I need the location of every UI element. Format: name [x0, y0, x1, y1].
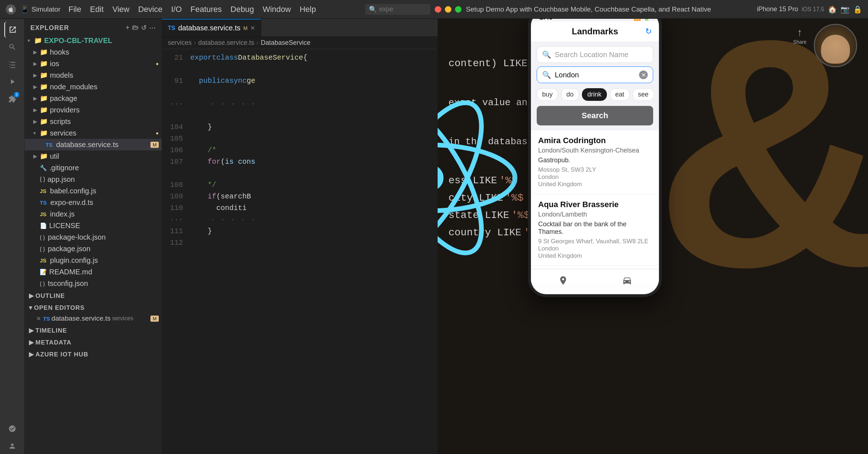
search-placeholder-row[interactable]: 🔍 Search Location Name — [537, 46, 653, 63]
sidebar-item-plugin-config[interactable]: JS plugin.config.js — [25, 254, 162, 266]
search-button[interactable]: Search — [537, 106, 653, 125]
menu-features[interactable]: Features — [187, 4, 226, 15]
new-file-icon[interactable]: + — [125, 24, 130, 32]
sidebar-item-package-lock[interactable]: { } package-lock.json — [25, 231, 162, 243]
home-icon[interactable]: 🏠 — [828, 5, 837, 14]
search-active-row[interactable]: 🔍 London ✕ — [537, 67, 653, 83]
sidebar-item-ios[interactable]: ▶ 📁 ios ● — [25, 58, 162, 69]
sidebar-item-babel-config[interactable]: JS babel.config.js — [25, 185, 162, 197]
sql-text: state LIKE — [448, 207, 509, 224]
close-button[interactable] — [435, 6, 441, 13]
result-subtitle-2: London/Lambeth — [538, 211, 652, 218]
sidebar-item-services[interactable]: ▾ 📁 services ● — [25, 127, 162, 139]
close-editor-button[interactable]: ✕ — [36, 315, 41, 322]
activity-source-control[interactable] — [4, 56, 20, 72]
code-line-107: for (is cons — [187, 156, 438, 168]
menu-edit[interactable]: Edit — [86, 4, 107, 15]
result-item-1[interactable]: Amira Codrington London/South Kensington… — [531, 130, 659, 194]
filter-tab-do[interactable]: do — [561, 88, 579, 101]
activity-run[interactable] — [4, 74, 20, 90]
app-name: 📱 Simulator — [20, 5, 60, 14]
sidebar-item-util[interactable]: ▶ 📁 util — [25, 150, 162, 162]
tab-bar-car[interactable] — [622, 275, 632, 286]
breadcrumb-class[interactable]: DatabaseService — [261, 39, 310, 47]
refresh-button[interactable]: ↻ — [645, 27, 652, 36]
sidebar-item-package[interactable]: ▶ 📁 package — [25, 93, 162, 104]
tabs-bar: TS database.service.ts M ✕ — [162, 19, 438, 37]
sidebar-item-hooks[interactable]: ▶ 📁 hooks — [25, 46, 162, 58]
maximize-button[interactable] — [455, 6, 461, 13]
result-desc-1: Gastropub. — [538, 157, 652, 164]
sidebar-item-tsconfig[interactable]: { } tsconfig.json — [25, 278, 162, 289]
filter-tab-buy[interactable]: buy — [537, 88, 558, 101]
activity-search[interactable] — [4, 39, 20, 55]
menu-debug[interactable]: Debug — [227, 4, 258, 15]
minimize-button[interactable] — [445, 6, 451, 13]
sidebar-item-license[interactable]: 📄 LICENSE — [25, 220, 162, 231]
screenshot-icon[interactable]: 📷 — [841, 5, 850, 14]
result-title-2: Aqua River Brasserie — [538, 200, 652, 209]
sidebar-item-scripts[interactable]: ▶ 📁 scripts — [25, 116, 162, 127]
sidebar-item-providers[interactable]: ▶ 📁 providers — [25, 104, 162, 116]
activity-explorer[interactable] — [4, 22, 20, 38]
sidebar-item-app-json[interactable]: { } app.json — [25, 174, 162, 185]
breadcrumb-services[interactable]: services — [168, 39, 192, 47]
menu-view[interactable]: View — [109, 4, 133, 15]
search-box-input[interactable] — [379, 5, 422, 13]
search-box[interactable]: 🔍 — [365, 4, 430, 15]
menu-help[interactable]: Help — [296, 4, 319, 15]
sidebar-header-icons[interactable]: + 🗁 ↺ ⋯ — [125, 24, 156, 32]
refresh-icon[interactable]: ↺ — [141, 24, 147, 32]
phone-status-bar: 2:40 ··· 📶 🔋 — [531, 19, 659, 21]
filter-tab-eat[interactable]: eat — [610, 88, 630, 101]
open-editors-section[interactable]: ▾ OPEN EDITORS — [25, 301, 162, 313]
folder-icon: 📁 — [40, 117, 48, 125]
lock-icon[interactable]: 🔒 — [853, 5, 862, 14]
sidebar-item-package-json[interactable]: { } package.json — [25, 243, 162, 254]
app-header: Landmarks ↻ — [531, 21, 659, 42]
share-button[interactable]: ↑ Share — [793, 27, 807, 45]
menu-io[interactable]: I/O — [167, 4, 185, 15]
activity-remote[interactable] — [4, 421, 20, 437]
tab-close-button[interactable]: ✕ — [250, 25, 255, 31]
tab-database-service[interactable]: TS database.service.ts M ✕ — [162, 19, 261, 37]
new-folder-icon[interactable]: 🗁 — [132, 24, 139, 32]
project-root[interactable]: ▾ 📁 EXPO-CBL-TRAVEL — [25, 35, 162, 46]
filter-tab-see[interactable]: see — [633, 88, 653, 101]
sidebar-item-gitignore[interactable]: 🔧 .gitignore — [25, 162, 162, 174]
share-icon: ↑ — [797, 27, 802, 38]
in-database-text: in the database — [448, 133, 533, 150]
search-placeholder-text: Search Location Name — [555, 51, 648, 59]
timeline-section[interactable]: ▶ TIMELINE — [25, 324, 162, 336]
breadcrumb-file[interactable]: database.service.ts — [198, 39, 254, 47]
azure-label: AZURE IOT HUB — [35, 351, 88, 358]
menu-file[interactable]: File — [65, 4, 85, 15]
clear-search-button[interactable]: ✕ — [639, 70, 648, 79]
menu-window[interactable]: Window — [259, 4, 294, 15]
azure-iot-section[interactable]: ▶ AZURE IOT HUB — [25, 348, 162, 360]
sidebar-item-expo-env[interactable]: TS expo-env.d.ts — [25, 197, 162, 208]
outline-section[interactable]: ▶ OUTLINE — [25, 289, 162, 301]
collapse-all-icon[interactable]: ⋯ — [149, 24, 156, 32]
filter-tab-drink[interactable]: drink — [582, 88, 607, 101]
activity-extensions[interactable]: 3 — [4, 91, 20, 107]
search-input-value[interactable]: London — [555, 71, 635, 79]
menu-bar[interactable]: File Edit View Device I/O Features Debug… — [65, 4, 319, 15]
phone-status-right: ··· 📶 🔋 — [627, 19, 650, 21]
react-logo — [438, 84, 524, 272]
sidebar-item-models[interactable]: ▶ 📁 models — [25, 69, 162, 81]
activity-accounts[interactable] — [4, 438, 20, 454]
tab-bar-landmarks[interactable] — [558, 275, 568, 286]
result-item-2[interactable]: Aqua River Brasserie London/Lambeth Cock… — [531, 194, 659, 266]
metadata-section[interactable]: ▶ METADATA — [25, 336, 162, 348]
modified-badge: M — [150, 142, 159, 148]
sidebar-item-readme[interactable]: 📝 README.md — [25, 266, 162, 278]
sidebar-item-index-js[interactable]: JS index.js — [25, 208, 162, 220]
sidebar: EXPLORER + 🗁 ↺ ⋯ ▾ 📁 EXPO-CBL-TRAVEL ▶ 📁… — [25, 19, 162, 454]
mac-titlebar: 📱 Simulator File Edit View Device I/O Fe… — [0, 0, 868, 19]
menu-device[interactable]: Device — [135, 4, 166, 15]
sidebar-item-database-service[interactable]: TS database.service.ts M — [25, 139, 162, 150]
open-editor-database-service[interactable]: ✕ TS database.service.ts services M — [25, 313, 162, 324]
sidebar-item-node-modules[interactable]: ▶ 📁 node_modules — [25, 81, 162, 93]
breadcrumb: services › database.service.ts › Databas… — [162, 37, 438, 49]
